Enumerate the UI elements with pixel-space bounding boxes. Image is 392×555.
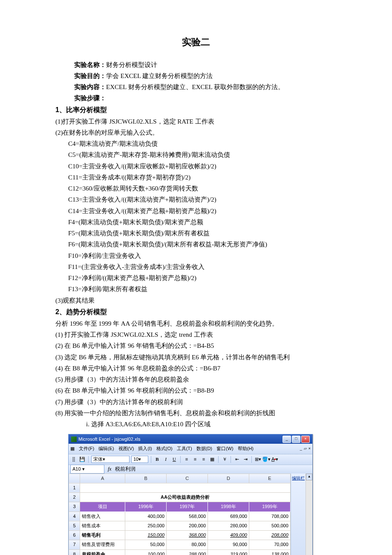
table-title-cell[interactable]: AA公司收益表趋势分析 bbox=[80, 493, 290, 502]
currency-button[interactable]: ￥ bbox=[221, 456, 228, 463]
formula-line: C12=360/应收帐款周转天数+360/存货周转天数 bbox=[55, 183, 337, 194]
maximize-button[interactable]: □ bbox=[292, 436, 300, 443]
menu-format[interactable]: 格式(O) bbox=[156, 445, 173, 453]
exp-goal-label: 实验目的： bbox=[74, 72, 106, 79]
data-cell[interactable]: 409,000 bbox=[208, 531, 249, 540]
data-cell[interactable]: 138,000 bbox=[249, 549, 290, 555]
task-pane[interactable]: 编辑栏 bbox=[291, 474, 306, 555]
col-header-b[interactable]: B bbox=[125, 474, 167, 483]
step-line: (6) 在 B8 单元中输入计算 96 年税前利润的公式：=B8-B9 bbox=[55, 385, 337, 396]
excel-titlebar[interactable]: Microsoft Excel - jsjcwgl02.xls _ □ × bbox=[69, 434, 312, 444]
italic-button[interactable]: I bbox=[162, 456, 169, 463]
data-cell[interactable]: 80,000 bbox=[167, 540, 208, 549]
close-button[interactable]: × bbox=[301, 436, 310, 443]
align-left-button[interactable]: ≡ bbox=[183, 456, 190, 463]
formula-line: F5=(期末流动负债+期末长期负债)/期末所有者权益 bbox=[55, 228, 337, 239]
header-1999[interactable]: 1999年 bbox=[249, 502, 290, 512]
col-header-c[interactable]: C bbox=[167, 474, 208, 483]
data-cell[interactable]: 568,000 bbox=[167, 512, 208, 521]
data-cell[interactable]: 150,000 bbox=[125, 531, 167, 540]
row-header[interactable]: 6 bbox=[69, 531, 80, 540]
increase-indent-button[interactable]: ⇥ bbox=[242, 456, 249, 463]
row-header[interactable]: 1 bbox=[69, 483, 80, 492]
excel-toolbar: ⣿ 💾 宋体 ▾ 10 ▾ B I U ≡ ≡ ≡ ▦ ￥ ⇤ ⇥ ⊞▾ 🪣▾ … bbox=[69, 454, 312, 465]
row-header[interactable]: 7 bbox=[69, 540, 80, 549]
header-1998[interactable]: 1998年 bbox=[208, 502, 249, 512]
header-1996[interactable]: 1996年 bbox=[125, 502, 167, 512]
menu-data[interactable]: 数据(D) bbox=[196, 445, 212, 453]
scroll-up-arrow[interactable]: ▲ bbox=[306, 474, 312, 480]
menu-window[interactable]: 窗口(W) bbox=[216, 445, 233, 453]
formula-bar[interactable]: 税前利润 bbox=[115, 465, 135, 474]
borders-button[interactable]: ⊞▾ bbox=[254, 456, 261, 463]
toolbar-handle-icon[interactable]: ⣿ bbox=[70, 456, 77, 463]
fill-color-button[interactable]: 🪣▾ bbox=[263, 456, 270, 463]
row-header[interactable]: 3 bbox=[69, 502, 80, 512]
exp-goal-value: 学会 EXCEL 建立财务分析模型的方法 bbox=[106, 72, 213, 79]
align-center-button[interactable]: ≡ bbox=[192, 456, 199, 463]
font-size-select[interactable]: 10 ▾ bbox=[131, 456, 148, 463]
row-header[interactable]: 4 bbox=[69, 512, 80, 521]
menu-tools[interactable]: 工具(T) bbox=[177, 445, 192, 453]
data-cell[interactable]: 90,000 bbox=[208, 540, 249, 549]
data-cell[interactable]: 250,000 bbox=[125, 521, 167, 530]
menu-insert[interactable]: 插入(I) bbox=[138, 445, 152, 453]
data-cell[interactable]: 708,000 bbox=[249, 512, 290, 521]
data-cell[interactable]: 280,000 bbox=[208, 521, 249, 530]
doc-close-button[interactable]: × bbox=[308, 445, 311, 452]
data-cell[interactable]: 200,000 bbox=[167, 521, 208, 530]
font-name-select[interactable]: 宋体 ▾ bbox=[91, 456, 130, 463]
doc-max-button[interactable]: ▱ bbox=[304, 445, 307, 452]
row-label-cell[interactable]: 销售毛利 bbox=[80, 531, 125, 540]
underline-button[interactable]: U bbox=[171, 456, 178, 463]
merge-center-button[interactable]: ▦ bbox=[209, 456, 216, 463]
formula-line: F6=(期末流动负债+期末长期负债)/(期末所有者权益-期末无形资产净值) bbox=[55, 239, 337, 250]
data-cell[interactable]: 70,000 bbox=[249, 540, 290, 549]
row-label-cell[interactable]: 息税前盈余 bbox=[80, 549, 125, 555]
exp-content-value: EXCEL 财务分析模型的建立、EXCEL 获取外部数据的的方法。 bbox=[106, 84, 284, 90]
menu-file[interactable]: 文件(F) bbox=[79, 445, 94, 453]
col-header-e[interactable]: E bbox=[249, 474, 290, 483]
minimize-button[interactable]: _ bbox=[282, 436, 291, 443]
excel-window: Microsoft Excel - jsjcwgl02.xls _ □ × ▦ … bbox=[68, 434, 313, 555]
data-cell[interactable]: 368,000 bbox=[167, 531, 208, 540]
exp-steps-label: 实验步骤： bbox=[74, 94, 106, 101]
fx-icon[interactable]: fx bbox=[108, 465, 112, 474]
decrease-indent-button[interactable]: ⇤ bbox=[233, 456, 240, 463]
header-item[interactable]: 项目 bbox=[80, 502, 125, 512]
align-right-button[interactable]: ≡ bbox=[200, 456, 207, 463]
vertical-scrollbar[interactable]: ▲ ▼ bbox=[306, 474, 312, 555]
spreadsheet-grid[interactable]: A B C D E 1 2AA公司收益表趋势分析 3 项目 1996年 1997… bbox=[69, 474, 291, 555]
data-cell[interactable]: 400,000 bbox=[125, 512, 167, 521]
data-cell[interactable]: 208,000 bbox=[249, 531, 290, 540]
col-header-d[interactable]: D bbox=[208, 474, 249, 483]
menu-view[interactable]: 视图(V) bbox=[118, 445, 134, 453]
data-cell[interactable]: 689,000 bbox=[208, 512, 249, 521]
menu-help[interactable]: 帮助(H) bbox=[238, 445, 254, 453]
row-label-cell[interactable]: 销售成本 bbox=[80, 521, 125, 530]
header-1997[interactable]: 1997年 bbox=[167, 502, 208, 512]
exp-content-line: 实验内容：EXCEL 财务分析模型的建立、EXCEL 获取外部数据的的方法。 bbox=[55, 81, 337, 92]
font-color-button[interactable]: A▾ bbox=[271, 456, 278, 463]
menu-edit[interactable]: 编辑(E) bbox=[98, 445, 114, 453]
exp-goal-line: 实验目的：学会 EXCEL 建立财务分析模型的方法 bbox=[55, 70, 337, 81]
row-header[interactable]: 5 bbox=[69, 521, 80, 530]
row-header[interactable]: 2 bbox=[69, 493, 80, 502]
data-cell[interactable]: 288,000 bbox=[167, 549, 208, 555]
cell[interactable] bbox=[80, 483, 290, 492]
row-header[interactable]: 8 bbox=[69, 549, 80, 555]
section-2-heading: 2、趋势分析模型 bbox=[55, 306, 337, 318]
page-title: 实验二 bbox=[55, 34, 337, 51]
data-cell[interactable]: 319,000 bbox=[208, 549, 249, 555]
data-cell[interactable]: 50,000 bbox=[125, 540, 167, 549]
row-label-cell[interactable]: 销售收入 bbox=[80, 512, 125, 521]
col-header-a[interactable]: A bbox=[80, 474, 125, 483]
doc-restore-button[interactable]: _ bbox=[300, 445, 302, 452]
name-box[interactable]: A10 ▾ bbox=[70, 465, 104, 474]
select-all-corner[interactable] bbox=[69, 474, 80, 483]
data-cell[interactable]: 100,000 bbox=[125, 549, 167, 555]
row-label-cell[interactable]: 销售及管理费用 bbox=[80, 540, 125, 549]
save-icon[interactable]: 💾 bbox=[79, 456, 86, 463]
data-cell[interactable]: 500,000 bbox=[249, 521, 290, 530]
bold-button[interactable]: B bbox=[154, 456, 161, 463]
